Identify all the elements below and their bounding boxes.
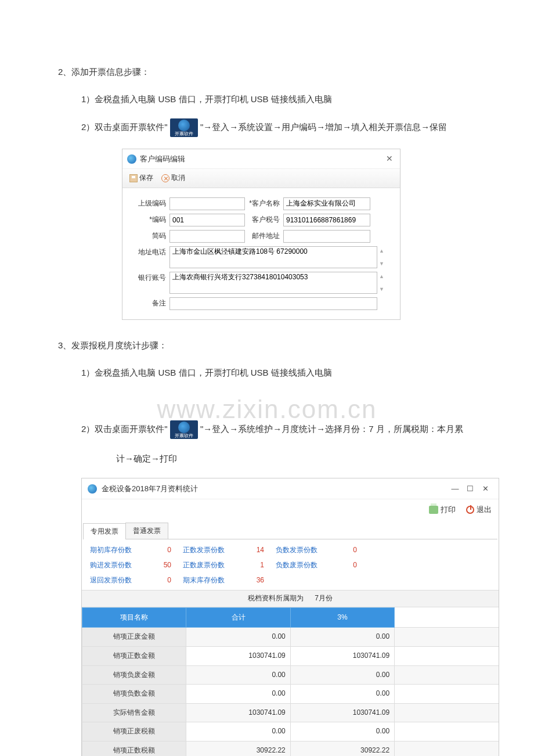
section3-title: 3、发票报税月度统计步骤：: [58, 337, 499, 353]
code-input[interactable]: [169, 214, 245, 226]
period-bar: 税档资料所属期为 7月份: [82, 590, 499, 607]
postal-input[interactable]: [283, 230, 370, 243]
remark-input[interactable]: [169, 297, 377, 310]
summary-label: 正数废票份数: [183, 559, 229, 572]
minimize-button[interactable]: —: [448, 482, 463, 495]
cell-total: 0.00: [186, 722, 290, 741]
summary-label: 购进发票份数: [90, 559, 136, 572]
cell-empty: [395, 685, 499, 704]
cell-total: 1030741.09: [186, 646, 290, 665]
close-button[interactable]: ✕: [478, 482, 493, 495]
dialog-titlebar: 客户编码编辑 ✕: [122, 149, 400, 169]
cell-total: 0.00: [186, 685, 290, 704]
row-label: 实际销售金额: [82, 703, 186, 722]
label-addr-phone: 地址电话: [131, 246, 169, 259]
tab-normal-invoice[interactable]: 普通发票: [125, 523, 168, 539]
kaipiao-software-icon: [170, 118, 198, 137]
cancel-button[interactable]: 取消: [159, 171, 187, 186]
print-label: 打印: [441, 503, 456, 516]
cell-rate: 0.00: [290, 722, 394, 741]
cell-total: 0.00: [186, 665, 290, 685]
summary-value: 1: [241, 559, 264, 572]
summary-value: 0: [148, 574, 171, 587]
cancel-label: 取消: [171, 172, 185, 185]
save-button[interactable]: 保存: [127, 171, 156, 186]
label-customer-name: *客户名称: [245, 197, 283, 210]
dialog-form: 上级编码 *客户名称 *编码 客户税号 简码 邮件: [122, 188, 400, 319]
exit-button[interactable]: 退出: [466, 503, 492, 516]
maximize-button[interactable]: ☐: [463, 482, 478, 495]
summary-label: 负数废票份数: [276, 559, 322, 572]
scroll-arrows-icon[interactable]: ▲▼: [379, 246, 384, 268]
table-row: 销项正数金额1030741.091030741.09: [82, 646, 499, 665]
customer-name-input[interactable]: [283, 197, 370, 210]
close-button[interactable]: ✕: [384, 152, 395, 166]
summary-value: 0: [334, 544, 357, 557]
window-titlebar: 金税设备2018年7月资料统计 — ☐ ✕: [82, 478, 499, 499]
cell-rate: 0.00: [290, 665, 394, 685]
table-row: 销项负废金额0.000.00: [82, 665, 499, 685]
tab-special-invoice[interactable]: 专用发票: [83, 523, 126, 540]
shortcode-input[interactable]: [169, 230, 245, 243]
summary-value: 36: [241, 574, 264, 587]
step3-2b-text: "→登入→系统维护→月度统计→选择月份：7 月，所属税期：本月累: [200, 424, 463, 434]
summary-value: 50: [148, 559, 171, 572]
kaipiao-software-icon: [170, 420, 198, 439]
row-label: 销项负数金额: [82, 685, 186, 704]
summary-label: 退回发票份数: [90, 574, 136, 587]
section2-step1: 1）金税盘插入电脑 USB 借口，开票打印机 USB 链接线插入电脑: [81, 91, 499, 107]
row-label: 销项正数税额: [82, 741, 186, 756]
label-postal: 邮件地址: [245, 230, 283, 243]
cell-empty: [395, 665, 499, 685]
table-row: 销项正废税额0.000.00: [82, 722, 499, 741]
tax-no-input[interactable]: [283, 214, 370, 226]
label-parent-code: 上级编码: [131, 197, 169, 210]
print-button[interactable]: 打印: [429, 503, 456, 516]
parent-code-input[interactable]: [169, 197, 245, 210]
row-label: 销项负废金额: [82, 665, 186, 685]
summary-label: 期末库存份数: [183, 574, 229, 587]
label-code: *编码: [131, 214, 169, 226]
step3-2a-text: 2）双击桌面开票软件": [81, 424, 168, 434]
dialog-title: 客户编码编辑: [140, 152, 384, 165]
cell-empty: [395, 741, 499, 756]
section3-step2c: 计→确定→打印: [116, 451, 499, 466]
cell-empty: [395, 628, 499, 647]
section3-step1: 1）金税盘插入电脑 USB 借口，开票打印机 USB 链接线插入电脑: [81, 365, 499, 380]
period-value: 7月份: [315, 594, 333, 602]
cell-rate: 1030741.09: [290, 703, 394, 722]
cell-rate: 1030741.09: [290, 646, 394, 665]
save-icon: [129, 174, 138, 182]
cancel-icon: [161, 174, 169, 182]
addr-phone-input[interactable]: [169, 246, 377, 268]
cell-rate: 30922.22: [290, 741, 394, 756]
cell-total: 1030741.09: [186, 703, 290, 722]
scroll-arrows-icon[interactable]: ▲▼: [379, 272, 384, 294]
cell-empty: [395, 703, 499, 722]
label-remark: 备注: [131, 297, 169, 310]
label-shortcode: 简码: [131, 230, 169, 243]
section2-step2: 2）双击桌面开票软件" "→登入→系统设置→用户编码→增加→填入相关开票信息→保…: [81, 118, 499, 137]
table-row: 实际销售金额1030741.091030741.09: [82, 703, 499, 722]
step2a-text: 2）双击桌面开票软件": [81, 122, 168, 132]
section3-step2: 2）双击桌面开票软件" "→登入→系统维护→月度统计→选择月份：7 月，所属税期…: [81, 420, 499, 439]
summary-value: 14: [241, 544, 264, 557]
app-icon: [127, 154, 136, 164]
row-label: 销项正数金额: [82, 646, 186, 665]
save-label: 保存: [139, 172, 153, 185]
window-toolbar: 打印 退出: [82, 499, 499, 522]
summary-value: 0: [148, 544, 171, 557]
col-item: 项目名称: [82, 607, 186, 628]
col-total: 合计: [186, 607, 290, 628]
customer-code-edit-dialog: 客户编码编辑 ✕ 保存 取消 上级编码 *客户名称 *编码: [122, 149, 400, 320]
tax-stats-window: 金税设备2018年7月资料统计 — ☐ ✕ 打印 退出 专用发票 普通发票 期初…: [81, 478, 499, 756]
table-row: 销项负数金额0.000.00: [82, 685, 499, 704]
row-label: 销项正废税额: [82, 722, 186, 741]
bank-acc-input[interactable]: [169, 272, 377, 294]
table-row: 销项正废金额0.000.00: [82, 628, 499, 647]
power-icon: [466, 506, 474, 514]
summary-label: 期初库存份数: [90, 544, 136, 557]
table-row: 销项正数税额30922.2230922.22: [82, 741, 499, 756]
window-title: 金税设备2018年7月资料统计: [102, 482, 448, 495]
stats-table: 项目名称 合计 3% 销项正废金额0.000.00销项正数金额1030741.0…: [82, 607, 499, 756]
